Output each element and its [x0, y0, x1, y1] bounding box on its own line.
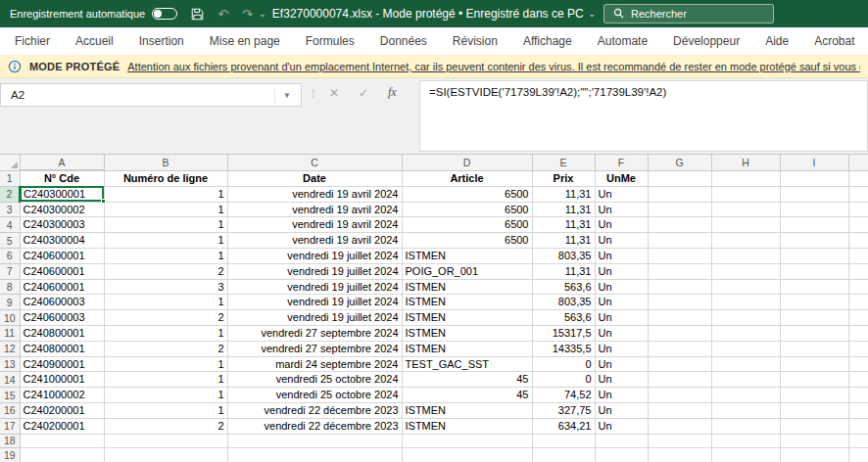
- cell-A17[interactable]: C240200001: [20, 418, 104, 434]
- cell-F4[interactable]: Un: [595, 217, 648, 233]
- cell-I1[interactable]: [780, 170, 848, 186]
- cell-A12[interactable]: C240800001: [20, 341, 104, 356]
- ribbon-tab-formules[interactable]: Formules: [293, 27, 367, 55]
- cell-B7[interactable]: 2: [104, 263, 227, 279]
- cell-H3[interactable]: [711, 202, 780, 217]
- cell-G15[interactable]: [648, 388, 711, 403]
- cell-B8[interactable]: 3: [104, 279, 227, 295]
- cell-G9[interactable]: [648, 295, 711, 310]
- cell-E16[interactable]: 327,75: [532, 402, 595, 418]
- cell-D7[interactable]: POIG_OR_001: [402, 263, 532, 279]
- cell-B10[interactable]: 2: [104, 310, 227, 326]
- cell-H12[interactable]: [711, 341, 780, 356]
- cell-H17[interactable]: [711, 418, 780, 434]
- cell-H6[interactable]: [711, 248, 780, 263]
- undo-icon[interactable]: ↶: [217, 8, 228, 21]
- cell-F8[interactable]: Un: [595, 279, 648, 295]
- cell-A11[interactable]: C240800001: [20, 325, 104, 341]
- cell-I13[interactable]: [780, 356, 848, 372]
- cell-A18[interactable]: [20, 434, 104, 448]
- cell-A19[interactable]: [20, 448, 104, 462]
- cell-F13[interactable]: Un: [595, 356, 648, 372]
- cell-D6[interactable]: ISTMEN: [402, 248, 532, 263]
- cell-D17[interactable]: ISTMEN: [402, 418, 532, 434]
- cell-A1[interactable]: N° Cde: [20, 170, 104, 186]
- cell-I6[interactable]: [780, 248, 848, 263]
- cell-F16[interactable]: Un: [595, 402, 648, 418]
- cell-C12[interactable]: vendredi 27 septembre 2024: [227, 341, 402, 356]
- row-header-18[interactable]: 18: [0, 434, 20, 448]
- cell-E5[interactable]: 11,31: [532, 233, 595, 249]
- autosave-toggle[interactable]: [152, 8, 177, 20]
- cell-A10[interactable]: C240600003: [20, 310, 104, 326]
- cell-D19[interactable]: [402, 448, 532, 462]
- row-header-3[interactable]: 3: [0, 202, 20, 217]
- cell-E15[interactable]: 74,52: [532, 388, 595, 403]
- cell-I3[interactable]: [780, 202, 848, 217]
- cancel-icon[interactable]: ✕: [329, 86, 339, 100]
- cell-C1[interactable]: Date: [227, 170, 402, 186]
- cell-E6[interactable]: 803,35: [532, 248, 595, 263]
- cell-B1[interactable]: Numéro de ligne: [104, 170, 227, 186]
- cell-A14[interactable]: C241000001: [20, 372, 104, 388]
- cell-D12[interactable]: ISTMEN: [402, 341, 532, 356]
- cell-E19[interactable]: [532, 448, 595, 462]
- cell-H15[interactable]: [711, 388, 780, 403]
- cell-A8[interactable]: C240600001: [20, 279, 104, 295]
- cell-A2[interactable]: C240300001: [20, 186, 104, 202]
- cell-E8[interactable]: 563,6: [532, 279, 595, 295]
- cell-E4[interactable]: 11,31: [532, 217, 595, 233]
- cell-I5[interactable]: [780, 233, 848, 249]
- cell-G10[interactable]: [648, 310, 711, 326]
- document-title[interactable]: Ef3270000074.xlsx - Mode protégé • Enreg…: [272, 7, 596, 21]
- ribbon-tab-donn-es[interactable]: Données: [367, 27, 440, 55]
- cell-A4[interactable]: C240300003: [20, 217, 104, 233]
- cell-B2[interactable]: 1: [104, 186, 227, 202]
- cell-C8[interactable]: vendredi 19 juillet 2024: [227, 279, 402, 295]
- row-header-2[interactable]: 2: [0, 186, 20, 202]
- cell-B9[interactable]: 1: [104, 295, 227, 310]
- column-header-D[interactable]: D: [402, 155, 532, 170]
- cell-G4[interactable]: [648, 217, 711, 233]
- column-header-C[interactable]: C: [227, 155, 402, 170]
- cell-E9[interactable]: 803,35: [532, 295, 595, 310]
- cell-H14[interactable]: [711, 372, 780, 388]
- cell-C6[interactable]: vendredi 19 juillet 2024: [227, 248, 402, 263]
- row-header-16[interactable]: 16: [0, 402, 20, 418]
- cell-I16[interactable]: [780, 402, 848, 418]
- cell-F19[interactable]: [595, 448, 648, 462]
- cell-H10[interactable]: [711, 310, 780, 326]
- row-header-17[interactable]: 17: [0, 418, 20, 434]
- column-header-A[interactable]: A: [20, 155, 104, 170]
- row-header-19[interactable]: 19: [0, 448, 20, 462]
- cell-C19[interactable]: [227, 448, 402, 462]
- cell-G12[interactable]: [648, 341, 711, 356]
- cell-B5[interactable]: 1: [104, 233, 227, 249]
- cell-F7[interactable]: Un: [595, 263, 648, 279]
- cell-D2[interactable]: 6500: [402, 186, 532, 202]
- cell-G3[interactable]: [648, 202, 711, 217]
- cell-I19[interactable]: [780, 448, 848, 462]
- cell-A9[interactable]: C240600003: [20, 295, 104, 310]
- cell-B15[interactable]: 1: [104, 388, 227, 403]
- insert-function-icon[interactable]: fx: [388, 85, 397, 100]
- row-header-14[interactable]: 14: [0, 372, 20, 388]
- cell-C16[interactable]: vendredi 22 décembre 2023: [227, 402, 402, 418]
- cell-D18[interactable]: [402, 434, 532, 448]
- cell-G18[interactable]: [648, 434, 711, 448]
- cell-E11[interactable]: 15317,5: [532, 325, 595, 341]
- cell-E18[interactable]: [532, 434, 595, 448]
- cell-H18[interactable]: [711, 434, 780, 448]
- cell-A5[interactable]: C240300004: [20, 233, 104, 249]
- cell-E14[interactable]: 0: [532, 372, 595, 388]
- cell-D9[interactable]: ISTMEN: [402, 295, 532, 310]
- cell-D8[interactable]: ISTMEN: [402, 279, 532, 295]
- cell-D5[interactable]: 6500: [402, 233, 532, 249]
- cell-E7[interactable]: 11,31: [532, 263, 595, 279]
- cell-C11[interactable]: vendredi 27 septembre 2024: [227, 325, 402, 341]
- row-header-10[interactable]: 10: [0, 310, 20, 326]
- cell-G7[interactable]: [648, 263, 711, 279]
- cell-I4[interactable]: [780, 217, 848, 233]
- row-header-12[interactable]: 12: [0, 341, 20, 356]
- cell-C3[interactable]: vendredi 19 avril 2024: [227, 202, 402, 217]
